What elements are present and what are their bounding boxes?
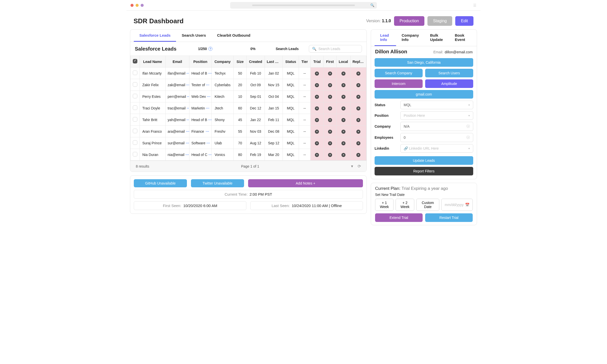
cell-status: MQL (283, 137, 299, 149)
more-icon[interactable]: ⋯ (206, 106, 210, 110)
cell-email: ifan@email⋯ (165, 67, 189, 79)
table-row[interactable]: Zakir Felix zak@email⋯ Tester of⋯ Cyberl… (131, 79, 366, 91)
date-picker[interactable]: mm/dd/yyyy📅 (441, 199, 473, 211)
table-row[interactable]: Suraj Prince sur@email⋯ Software⋯ Ulab 7… (131, 137, 366, 149)
update-leads-button[interactable]: Update Leads (375, 156, 473, 165)
table-row[interactable]: Nia Duran nia@email⋯ Head of C⋯ Vonics 8… (131, 149, 366, 161)
table-row[interactable]: Aran Franco ara@email⋯ Finance⋯ Freshv 5… (131, 126, 366, 137)
url-bar[interactable]: 🔍 (230, 2, 377, 9)
select-all-checkbox[interactable] (133, 59, 137, 63)
more-icon[interactable]: ⋯ (208, 118, 211, 122)
more-icon[interactable]: ⋯ (206, 141, 210, 145)
production-button[interactable]: Production (394, 16, 425, 26)
github-button[interactable]: GitHub Unavailable (134, 179, 187, 187)
row-checkbox[interactable] (133, 117, 137, 122)
table-row[interactable]: Tahir Britt yah@email⋯ Head of B⋯ Shony … (131, 114, 366, 126)
chevron-down-icon: ▾ (468, 114, 470, 117)
col-email[interactable]: Email (165, 56, 189, 67)
col-created[interactable]: Created (247, 56, 265, 67)
tab-salesforce-leads[interactable]: Salesforce Leads (134, 30, 176, 42)
col-replied[interactable]: Replied (350, 56, 366, 67)
amplitude-button[interactable]: Amplitude (425, 79, 473, 88)
more-icon[interactable]: ⋯ (186, 118, 189, 122)
row-checkbox[interactable] (133, 105, 137, 110)
results-count: 8 results (136, 164, 149, 168)
extend-trial-button[interactable]: Extend Trial (375, 213, 423, 222)
company-input[interactable]: N/Aⓧ (400, 122, 473, 131)
close-window-icon[interactable] (131, 4, 134, 7)
position-select[interactable]: Position Here▾ (400, 111, 473, 120)
x-circle-icon: ✕ (328, 153, 332, 157)
status-select[interactable]: MQL▾ (400, 101, 473, 109)
refresh-icon[interactable]: ⟳ (358, 164, 361, 169)
table-row[interactable]: Ifan Mccarty ifan@email⋯ Head of B⋯ Tech… (131, 67, 366, 79)
col-company[interactable]: Company (211, 56, 234, 67)
linkedin-select[interactable]: 🔗 Linkedin URL Here▾ (400, 144, 473, 153)
more-icon[interactable]: ⋯ (208, 71, 211, 75)
row-checkbox[interactable] (133, 71, 137, 75)
minimize-window-icon[interactable] (136, 4, 139, 7)
more-icon[interactable]: ⋯ (185, 153, 189, 157)
col-status[interactable]: Status (283, 56, 299, 67)
domain-button[interactable]: gmail.com (375, 90, 473, 99)
col-position[interactable]: Position (189, 56, 211, 67)
more-icon[interactable]: ⋯ (207, 95, 211, 99)
more-icon[interactable]: ⋯ (206, 83, 210, 87)
more-icon[interactable]: ⋯ (186, 71, 189, 75)
search-leads-input[interactable]: 🔍 (309, 45, 362, 53)
tab-company-info[interactable]: Company Info (396, 30, 424, 46)
tab-search-users[interactable]: Search Users (176, 30, 211, 42)
plus-1-week-button[interactable]: + 1 Week (375, 199, 394, 211)
restart-trial-button[interactable]: Restart Trial (425, 213, 473, 222)
add-notes-button[interactable]: Add Notes + (248, 179, 363, 187)
filter-icon[interactable]: ▾ (351, 164, 353, 169)
col-size[interactable]: Size (234, 56, 247, 67)
row-checkbox[interactable] (133, 140, 137, 145)
more-icon[interactable]: ⋯ (187, 106, 189, 110)
more-icon[interactable]: ⋯ (186, 83, 189, 87)
employees-label: Employees (375, 135, 398, 140)
clear-icon[interactable]: ⓧ (466, 124, 470, 129)
search-company-button[interactable]: Search Company (375, 69, 423, 77)
more-icon[interactable]: ⋯ (187, 95, 189, 99)
edit-button[interactable]: Edit (455, 16, 473, 26)
intercom-button[interactable]: Intercom (375, 79, 423, 88)
help-icon[interactable]: ? (208, 47, 212, 51)
clear-icon[interactable]: ⓧ (466, 135, 470, 140)
cell-first: ✕ (323, 67, 336, 79)
cell-email: zak@email⋯ (165, 79, 189, 91)
col-tier[interactable]: Tier (299, 56, 311, 67)
tab-lead-info[interactable]: Lead Info (375, 30, 396, 46)
tab-bulk-update[interactable]: Bulk Update (424, 30, 449, 46)
menu-icon[interactable]: ☰ (473, 3, 476, 7)
cell-name: Aran Franco (140, 126, 165, 137)
twitter-button[interactable]: Twitter Unavailable (191, 179, 244, 187)
cell-local: ✕ (336, 137, 350, 149)
cell-replied: ✕ (350, 149, 366, 161)
tab-clearbit-outbound[interactable]: Clearbit Outbound (211, 30, 256, 42)
more-icon[interactable]: ⋯ (186, 141, 189, 145)
plus-2-week-button[interactable]: + 2 Week (396, 199, 414, 211)
table-row[interactable]: Traci Doyle trac@email⋯ Marketin⋯ Jtech … (131, 102, 366, 114)
row-checkbox[interactable] (133, 152, 137, 156)
more-icon[interactable]: ⋯ (206, 129, 209, 133)
report-filters-button[interactable]: Report Filters (375, 167, 473, 175)
col-last-mql[interactable]: Last MQL (265, 56, 283, 67)
more-icon[interactable]: ⋯ (186, 129, 189, 133)
location-button[interactable]: San Diego, California (375, 58, 473, 67)
col-trial[interactable]: Trial (311, 56, 323, 67)
search-users-button[interactable]: Search Users (425, 69, 473, 77)
staging-button[interactable]: Staging (427, 16, 452, 26)
table-row[interactable]: Perry Estes perr@email⋯ Web Dev⋯ Kitech … (131, 91, 366, 102)
col-local[interactable]: Local (336, 56, 350, 67)
col-lead-name[interactable]: Lead Name (140, 56, 165, 67)
row-checkbox[interactable] (133, 94, 137, 98)
col-first[interactable]: First (323, 56, 336, 67)
employees-input[interactable]: 0ⓧ (400, 133, 473, 142)
custom-date-button[interactable]: Custom Date (416, 199, 439, 211)
row-checkbox[interactable] (133, 129, 137, 133)
maximize-window-icon[interactable] (141, 4, 144, 7)
more-icon[interactable]: ⋯ (208, 153, 211, 157)
tab-book-event[interactable]: Book Event (449, 30, 473, 46)
row-checkbox[interactable] (133, 82, 137, 87)
